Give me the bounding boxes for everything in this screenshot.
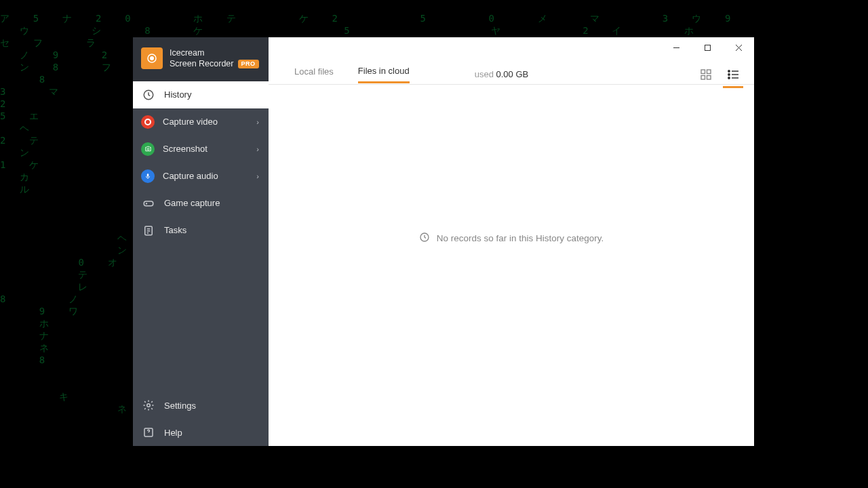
info-icon [419,232,430,245]
svg-rect-5 [147,174,149,177]
svg-point-1 [151,57,154,60]
record-icon [141,115,155,129]
list-view-button[interactable] [726,67,741,82]
sidebar-item-capture-audio[interactable]: Capture audio › [133,163,269,190]
sidebar-item-screenshot[interactable]: Screenshot › [133,136,269,163]
tab-files-in-cloud[interactable]: Files in cloud [358,66,410,83]
clock-icon [142,89,155,101]
sidebar-item-help[interactable]: Help [133,419,269,446]
sidebar-item-label: Tasks [164,225,186,235]
brand-line2: Screen Recorder [170,58,234,69]
svg-rect-14 [707,75,711,79]
svg-point-17 [728,77,729,78]
brand-text: Icecream Screen Recorder PRO [170,47,259,70]
svg-rect-12 [707,70,711,74]
empty-message: No records so far in this History catego… [437,233,604,243]
close-button[interactable] [723,37,754,58]
sidebar-item-label: Capture audio [163,171,218,181]
storage-value: 0.00 GB [496,69,529,79]
grid-view-button[interactable] [698,67,713,82]
sidebar-item-label: Capture video [163,117,218,127]
chevron-right-icon: › [256,145,259,153]
svg-rect-13 [701,75,705,79]
tabs-bar: Local files Files in cloud used 0.00 GB [269,64,754,85]
svg-rect-11 [701,70,705,74]
brand-header: Icecream Screen Recorder PRO [133,37,269,81]
sidebar-item-capture-video[interactable]: Capture video › [133,108,269,136]
tab-local-files[interactable]: Local files [294,66,334,82]
gamepad-icon [142,197,155,209]
empty-state: No records so far in this History catego… [269,85,754,446]
titlebar [269,37,754,64]
main-panel: Local files Files in cloud used 0.00 GB … [269,37,754,446]
sidebar-item-game-capture[interactable]: Game capture [133,190,269,217]
maximize-button[interactable] [692,37,723,58]
sidebar-item-tasks[interactable]: Tasks [133,217,269,244]
svg-point-8 [147,404,151,407]
sidebar: Icecream Screen Recorder PRO History Cap… [133,37,269,446]
storage-indicator: used 0.00 GB [475,69,529,79]
chevron-right-icon: › [256,172,259,180]
sidebar-item-label: Game capture [164,198,220,208]
app-window: Icecream Screen Recorder PRO History Cap… [133,37,754,446]
svg-point-3 [145,119,151,125]
sidebar-item-label: Screenshot [163,144,208,154]
pro-badge: PRO [238,60,259,69]
svg-point-15 [728,70,729,71]
svg-point-16 [728,73,729,75]
svg-rect-10 [705,45,710,50]
camera-icon [141,142,155,156]
help-icon [142,426,155,439]
minimize-button[interactable] [660,37,692,58]
sidebar-item-label: Settings [164,401,196,411]
sidebar-item-label: Help [164,428,182,438]
microphone-icon [141,169,155,183]
sidebar-item-history[interactable]: History [133,81,269,108]
svg-rect-6 [144,201,153,206]
sidebar-item-settings[interactable]: Settings [133,392,269,419]
brand-line1: Icecream [170,47,259,58]
chevron-right-icon: › [256,118,259,126]
tasks-icon [142,224,155,237]
storage-label: used [475,69,494,79]
app-logo-icon [141,47,163,69]
svg-point-4 [147,148,149,150]
gear-icon [142,399,155,411]
sidebar-item-label: History [164,89,191,100]
